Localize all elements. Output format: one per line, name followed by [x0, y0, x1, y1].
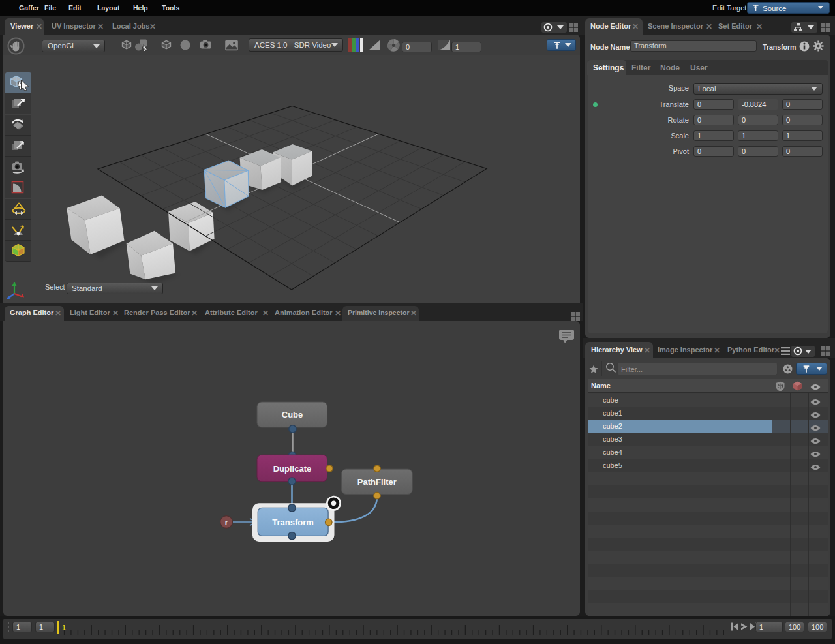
svg-text:Duplicate: Duplicate [273, 464, 312, 474]
svg-text:Cube: Cube [282, 410, 303, 420]
svg-text:r: r [225, 518, 228, 527]
svg-text:PathFilter: PathFilter [357, 477, 397, 487]
svg-text:1: 1 [62, 624, 66, 632]
svg-text:Transform: Transform [272, 517, 314, 527]
